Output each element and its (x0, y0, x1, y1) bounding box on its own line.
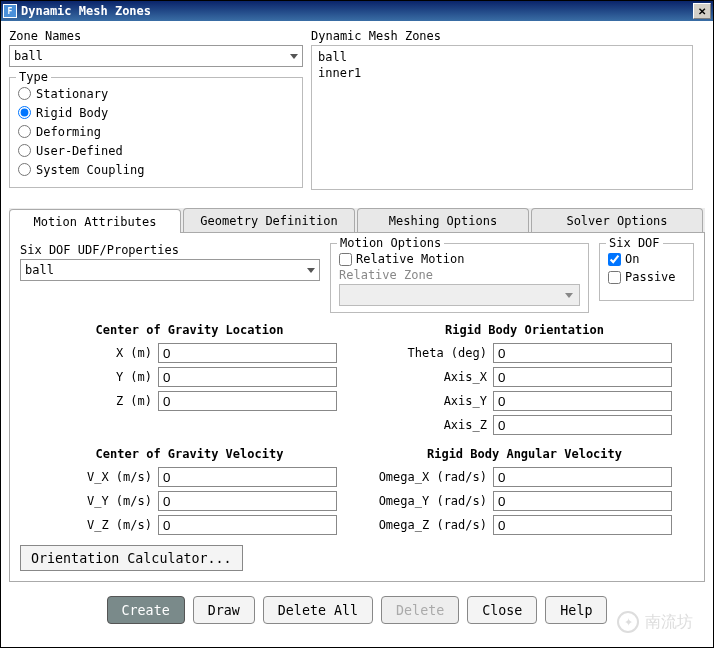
sixdof-on-checkbox[interactable] (608, 253, 621, 266)
orientation-title: Rigid Body Orientation (377, 323, 672, 337)
type-radio-label: System Coupling (36, 163, 144, 177)
chevron-down-icon (307, 268, 315, 273)
type-legend: Type (16, 70, 51, 84)
type-radio-0[interactable] (18, 87, 31, 100)
tab-meshing-options[interactable]: Meshing Options (357, 208, 529, 232)
cogvel-input-1[interactable] (158, 491, 337, 511)
sixdof-udf-value: ball (25, 263, 54, 277)
cog-input-1[interactable] (158, 367, 337, 387)
sixdof-on-label: On (625, 252, 639, 266)
relative-motion-checkbox[interactable] (339, 253, 352, 266)
sixdof-udf-label: Six DOF UDF/Properties (20, 243, 320, 257)
angular-velocity-title: Rigid Body Angular Velocity (377, 447, 672, 461)
zones-list-label: Dynamic Mesh Zones (311, 29, 693, 43)
close-icon[interactable]: ✕ (693, 3, 711, 19)
cog-velocity-group: Center of Gravity Velocity V_X (m/s)V_Y … (42, 447, 337, 537)
button-row: Create Draw Delete All Delete Close Help (9, 596, 705, 624)
draw-button[interactable]: Draw (193, 596, 255, 624)
cog-label-2: Z (m) (42, 394, 158, 408)
close-button[interactable]: Close (467, 596, 537, 624)
angvel-label-2: Omega_Z (rad/s) (377, 518, 493, 532)
cog-input-2[interactable] (158, 391, 337, 411)
angvel-input-1[interactable] (493, 491, 672, 511)
tab-motion-attributes[interactable]: Motion Attributes (9, 209, 181, 233)
angvel-label-1: Omega_Y (rad/s) (377, 494, 493, 508)
app-icon: F (3, 4, 17, 18)
type-radio-label: Deforming (36, 125, 101, 139)
type-radio-3[interactable] (18, 144, 31, 157)
orient-input-3[interactable] (493, 415, 672, 435)
help-button[interactable]: Help (545, 596, 607, 624)
sixdof-legend: Six DOF (606, 236, 663, 250)
create-button[interactable]: Create (107, 596, 185, 624)
angvel-input-2[interactable] (493, 515, 672, 535)
tab-solver-options[interactable]: Solver Options (531, 208, 703, 232)
orient-label-3: Axis_Z (377, 418, 493, 432)
cog-location-group: Center of Gravity Location X (m)Y (m)Z (… (42, 323, 337, 437)
sixdof-udf-combo[interactable]: ball (20, 259, 320, 281)
relative-zone-label: Relative Zone (339, 268, 580, 282)
sixdof-passive-checkbox[interactable] (608, 271, 621, 284)
cog-label-1: Y (m) (42, 370, 158, 384)
cog-location-title: Center of Gravity Location (42, 323, 337, 337)
cog-velocity-title: Center of Gravity Velocity (42, 447, 337, 461)
angvel-label-0: Omega_X (rad/s) (377, 470, 493, 484)
orientation-group: Rigid Body Orientation Theta (deg)Axis_X… (377, 323, 672, 437)
type-radio-2[interactable] (18, 125, 31, 138)
cog-label-0: X (m) (42, 346, 158, 360)
orient-label-2: Axis_Y (377, 394, 493, 408)
angular-velocity-group: Rigid Body Angular Velocity Omega_X (rad… (377, 447, 672, 537)
cogvel-input-0[interactable] (158, 467, 337, 487)
zone-names-combo[interactable]: ball (9, 45, 303, 67)
zone-names-label: Zone Names (9, 29, 303, 43)
cog-input-0[interactable] (158, 343, 337, 363)
type-radio-label: Rigid Body (36, 106, 108, 120)
orient-label-0: Theta (deg) (377, 346, 493, 360)
orient-label-1: Axis_X (377, 370, 493, 384)
zone-names-value: ball (14, 49, 43, 63)
tab-geometry-definition[interactable]: Geometry Definition (183, 208, 355, 232)
angvel-input-0[interactable] (493, 467, 672, 487)
cogvel-label-2: V_Z (m/s) (42, 518, 158, 532)
type-radio-1[interactable] (18, 106, 31, 119)
tabs: Motion AttributesGeometry DefinitionMesh… (9, 208, 705, 233)
window-title: Dynamic Mesh Zones (21, 4, 693, 18)
type-fieldset: Type StationaryRigid BodyDeformingUser-D… (9, 77, 303, 188)
titlebar: F Dynamic Mesh Zones ✕ (1, 1, 713, 21)
sixdof-panel: Six DOF On Passive (599, 243, 694, 301)
cogvel-label-0: V_X (m/s) (42, 470, 158, 484)
list-item[interactable]: inner1 (318, 66, 686, 82)
zones-list[interactable]: ballinner1 (311, 45, 693, 190)
relative-motion-label: Relative Motion (356, 252, 464, 266)
chevron-down-icon (565, 293, 573, 298)
orientation-calculator-button[interactable]: Orientation Calculator... (20, 545, 243, 571)
type-radio-label: Stationary (36, 87, 108, 101)
type-radio-label: User-Defined (36, 144, 123, 158)
chevron-down-icon (290, 54, 298, 59)
orient-input-1[interactable] (493, 367, 672, 387)
sixdof-passive-label: Passive (625, 270, 676, 284)
cogvel-label-1: V_Y (m/s) (42, 494, 158, 508)
wechat-icon: ✦ (617, 611, 639, 633)
watermark: ✦ 南流坊 (617, 611, 693, 633)
orient-input-0[interactable] (493, 343, 672, 363)
delete-all-button[interactable]: Delete All (263, 596, 373, 624)
cogvel-input-2[interactable] (158, 515, 337, 535)
delete-button[interactable]: Delete (381, 596, 459, 624)
motion-options-legend: Motion Options (337, 236, 444, 250)
orient-input-2[interactable] (493, 391, 672, 411)
motion-options-panel: Motion Options Relative Motion Relative … (330, 243, 589, 313)
type-radio-4[interactable] (18, 163, 31, 176)
relative-zone-combo (339, 284, 580, 306)
tab-motion-attributes: Six DOF UDF/Properties ball Motion Optio… (9, 233, 705, 582)
list-item[interactable]: ball (318, 50, 686, 66)
